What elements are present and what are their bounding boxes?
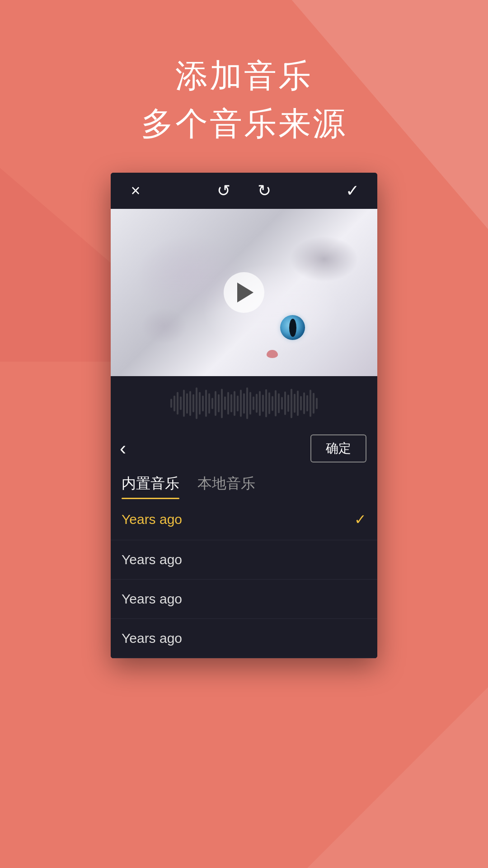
header: 添加音乐 多个音乐来源 <box>0 0 488 173</box>
video-area <box>111 209 377 376</box>
cat-eye <box>280 315 305 340</box>
back-button[interactable]: ‹ <box>120 439 126 458</box>
music-title: Years ago <box>122 552 182 567</box>
music-title: Years ago <box>122 591 182 607</box>
list-item[interactable]: Years ago ✓ <box>111 499 377 540</box>
main-card: × ↺ ↻ ✓ <box>111 173 377 658</box>
bottom-panel: ‹ 确定 内置音乐 本地音乐 Years ago ✓ Years ago Yea… <box>111 376 377 658</box>
toolbar: × ↺ ↻ ✓ <box>111 173 377 209</box>
timeline-area <box>111 376 377 430</box>
cat-nose <box>267 350 278 358</box>
confirm-button[interactable]: 确定 <box>310 434 366 462</box>
selected-check-icon: ✓ <box>354 511 366 528</box>
waveform <box>170 387 318 419</box>
music-tabs: 内置音乐 本地音乐 <box>111 467 377 499</box>
play-icon <box>237 283 253 302</box>
toolbar-center: ↺ ↻ <box>212 181 276 200</box>
redo-icon[interactable]: ↻ <box>253 181 276 200</box>
play-button[interactable] <box>224 272 264 313</box>
tab-local[interactable]: 本地音乐 <box>197 474 255 499</box>
header-line2: 多个音乐来源 <box>0 102 488 146</box>
music-controls: ‹ 确定 <box>111 430 377 467</box>
music-title: Years ago <box>122 631 182 646</box>
list-item[interactable]: Years ago <box>111 580 377 619</box>
music-title: Years ago <box>122 512 182 527</box>
tab-builtin[interactable]: 内置音乐 <box>122 474 179 499</box>
list-item[interactable]: Years ago <box>111 540 377 580</box>
close-icon[interactable]: × <box>124 181 147 200</box>
music-list: Years ago ✓ Years ago Years ago Years ag… <box>111 499 377 658</box>
header-line1: 添加音乐 <box>0 54 488 98</box>
bg-triangle-3 <box>307 642 488 868</box>
list-item[interactable]: Years ago <box>111 619 377 658</box>
confirm-icon[interactable]: ✓ <box>341 181 364 200</box>
undo-icon[interactable]: ↺ <box>212 181 235 200</box>
